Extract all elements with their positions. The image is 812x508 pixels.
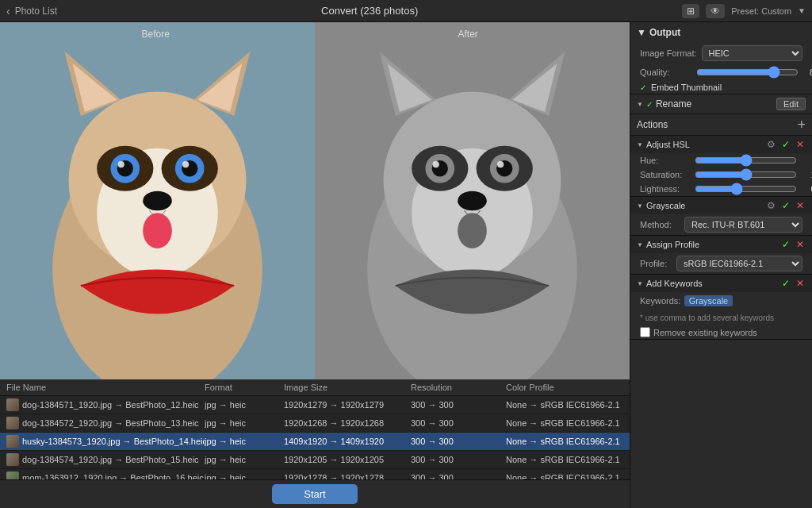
left-panel: Before After File Name Format Image Size…: [0, 22, 630, 508]
svg-point-15: [182, 161, 189, 167]
file-color-profile: None → sRGB IEC61966-2.1: [506, 400, 623, 410]
rename-checkmark-icon: ✓: [646, 100, 653, 109]
file-format: jpg → heic: [205, 418, 284, 428]
add-keywords-title: Add Keywords: [646, 279, 777, 288]
file-format: jpg → heic: [205, 437, 284, 446]
image-format-label: Image Format:: [640, 48, 697, 58]
table-row[interactable]: husky-1384573_1920.jpg → BestPhoto_14.he…: [0, 433, 630, 451]
actions-header: Actions +: [630, 114, 812, 135]
keywords-hint-row: * use comma to add several keywords: [630, 310, 812, 325]
assign-profile-action: ▼ Assign Profile ✓ ✕ Profile: sRGB IEC61…: [630, 236, 812, 275]
grayscale-settings-btn[interactable]: ⚙: [765, 200, 777, 211]
lightness-slider[interactable]: [695, 183, 797, 194]
after-label: After: [458, 29, 478, 40]
title-bar-title: Convert (236 photos): [57, 5, 682, 17]
title-bar: ‹ Photo List Convert (236 photos) ⊞ 👁 Pr…: [0, 0, 812, 22]
saturation-value: 1.00: [800, 170, 812, 179]
hsl-settings-btn[interactable]: ⚙: [765, 139, 777, 150]
adjust-hsl-title: Adjust HSL: [646, 140, 762, 149]
preview-area: Before After: [0, 22, 630, 379]
rename-header: ▼ ✓ Rename Edit: [637, 98, 806, 110]
file-size: 1920x1268 → 1920x1268: [284, 418, 411, 428]
hue-label: Hue:: [640, 156, 691, 165]
adjust-hsl-header: ▼ Adjust HSL ⚙ ✓ ✕: [630, 136, 812, 153]
embed-checkmark-icon: ✓: [640, 83, 646, 92]
file-thumb-icon: [6, 417, 19, 429]
file-color-profile: None → sRGB IEC61966-2.1: [506, 473, 623, 479]
preview-before: [0, 22, 315, 379]
svg-point-35: [458, 213, 487, 248]
remove-keywords-label: Remove existing keywords: [653, 328, 757, 337]
output-section: ▼ Output Image Format: HEIC JPEG PNG TIF…: [630, 22, 812, 94]
svg-point-34: [458, 191, 487, 210]
hue-slider[interactable]: [695, 155, 797, 166]
compare-view-btn[interactable]: ⊞: [682, 4, 699, 18]
hsl-remove-btn[interactable]: ✕: [795, 139, 806, 150]
profile-enable-btn[interactable]: ✓: [780, 239, 791, 250]
lightness-label: Lightness:: [640, 184, 691, 194]
file-color-profile: None → sRGB IEC61966-2.1: [506, 455, 623, 464]
file-format: jpg → heic: [205, 400, 284, 410]
keywords-remove-btn[interactable]: ✕: [795, 278, 806, 289]
image-format-select[interactable]: HEIC JPEG PNG TIFF: [702, 45, 802, 61]
profile-remove-btn[interactable]: ✕: [795, 239, 806, 250]
table-row[interactable]: dog-1384572_1920.jpg → BestPhoto_13.heic…: [0, 414, 630, 433]
svg-point-33: [497, 161, 504, 167]
rename-edit-button[interactable]: Edit: [776, 98, 806, 110]
remove-keywords-checkbox[interactable]: [640, 327, 650, 337]
hsl-triangle-icon: ▼: [637, 141, 643, 148]
grayscale-title: Grayscale: [646, 201, 762, 210]
assign-profile-title: Assign Profile: [646, 240, 777, 249]
assign-profile-header: ▼ Assign Profile ✓ ✕: [630, 236, 812, 253]
file-name: dog-1384574_1920.jpg → BestPhoto_15.heic: [22, 455, 199, 464]
output-triangle-icon: ▼: [637, 27, 646, 38]
grayscale-method-row: Method: Rec. ITU-R BT.601 Rec. ITU-R BT.…: [630, 214, 812, 235]
table-row[interactable]: mom-1363912_1920.jpg → BestPhoto_16.heic…: [0, 469, 630, 479]
before-image: [0, 22, 315, 379]
grayscale-header: ▼ Grayscale ⚙ ✓ ✕: [630, 197, 812, 214]
grayscale-remove-btn[interactable]: ✕: [795, 200, 806, 211]
file-list-header: File Name Format Image Size Resolution C…: [0, 379, 630, 396]
file-resolution: 300 → 300: [411, 400, 506, 410]
col-header-resolution: Resolution: [411, 383, 506, 392]
after-image: [315, 22, 630, 379]
keywords-enable-btn[interactable]: ✓: [780, 278, 791, 289]
quality-slider[interactable]: [696, 66, 799, 79]
lightness-value: 0.79: [800, 184, 812, 194]
actions-add-button[interactable]: +: [797, 117, 806, 132]
embed-thumbnail-label: Embed Thumbnail: [651, 83, 722, 92]
rename-left: ▼ ✓ Rename: [637, 98, 691, 110]
quality-row: Quality: 80%: [630, 64, 812, 81]
embed-thumbnail-row: ✓ Embed Thumbnail: [630, 81, 812, 94]
file-name: dog-1384571_1920.jpg → BestPhoto_12.heic: [22, 400, 199, 410]
col-header-format: Format: [205, 383, 284, 392]
adjust-hsl-action: ▼ Adjust HSL ⚙ ✓ ✕ Hue: 0.0 Saturation: …: [630, 136, 812, 197]
grayscale-action: ▼ Grayscale ⚙ ✓ ✕ Method: Rec. ITU-R BT.…: [630, 197, 812, 236]
table-row[interactable]: dog-1384571_1920.jpg → BestPhoto_12.heic…: [0, 396, 630, 414]
file-resolution: 300 → 300: [411, 473, 506, 479]
profile-select[interactable]: sRGB IEC61966-2.1 Adobe RGB: [676, 256, 802, 271]
start-button[interactable]: Start: [272, 484, 357, 504]
title-bar-left: ‹ Photo List: [6, 5, 57, 17]
grayscale-enable-btn[interactable]: ✓: [780, 200, 791, 211]
file-name: dog-1384572_1920.jpg → BestPhoto_13.heic: [22, 418, 199, 428]
hsl-enable-btn[interactable]: ✓: [780, 139, 791, 150]
table-row[interactable]: dog-1384574_1920.jpg → BestPhoto_15.heic…: [0, 451, 630, 469]
file-name: husky-1384573_1920.jpg → BestPhoto_14.he…: [22, 437, 205, 446]
eye-btn[interactable]: 👁: [706, 4, 725, 18]
grayscale-method-select[interactable]: Rec. ITU-R BT.601 Rec. ITU-R BT.709 Aver…: [684, 217, 802, 233]
preview-after: [315, 22, 630, 379]
hue-row: Hue: 0.0: [630, 153, 812, 167]
add-keywords-header: ▼ Add Keywords ✓ ✕: [630, 275, 812, 292]
profile-label: Profile:: [640, 259, 672, 268]
rename-label: Rename: [656, 98, 691, 110]
svg-point-17: [143, 213, 172, 248]
window-title: Convert (236 photos): [321, 5, 418, 17]
actions-section: Actions +: [630, 114, 812, 136]
file-resolution: 300 → 300: [411, 437, 506, 446]
photo-list-link[interactable]: Photo List: [15, 6, 57, 17]
saturation-slider[interactable]: [695, 169, 797, 180]
back-arrow-icon[interactable]: ‹: [6, 5, 10, 17]
file-size: 1920x1279 → 1920x1279: [284, 400, 411, 410]
file-list-body[interactable]: dog-1384571_1920.jpg → BestPhoto_12.heic…: [0, 396, 630, 479]
